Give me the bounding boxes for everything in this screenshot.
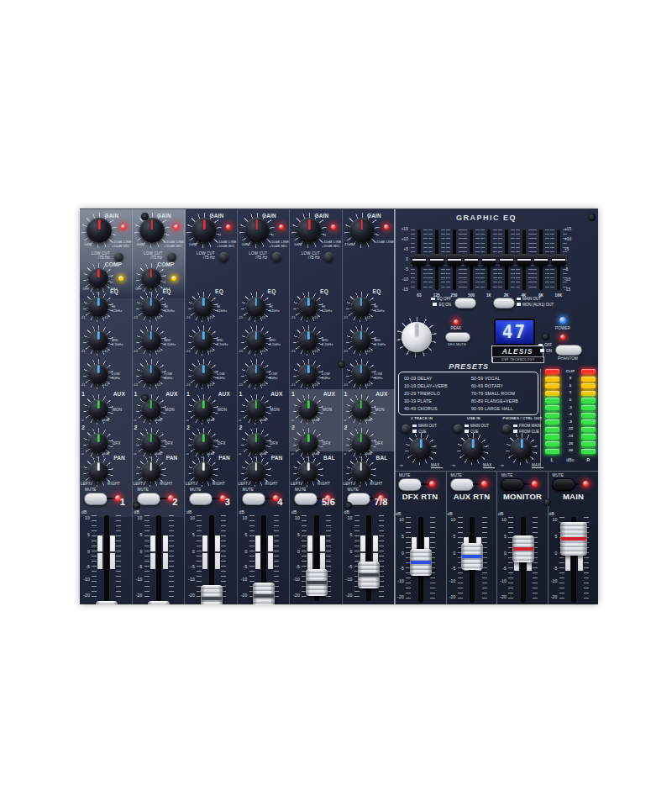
comp-knob[interactable] — [141, 268, 161, 288]
fader-cap[interactable] — [201, 585, 223, 604]
pan-knob[interactable] — [246, 462, 266, 482]
aux2-dfx-knob[interactable] — [193, 433, 213, 453]
fader-cap[interactable] — [358, 562, 380, 588]
pan-knob[interactable] — [351, 462, 371, 482]
aux2-dfx-knob[interactable] — [141, 433, 161, 453]
comp-knob[interactable] — [88, 268, 108, 288]
io-source-button[interactable] — [454, 425, 462, 433]
eq-low-knob[interactable] — [246, 364, 266, 384]
aux1-mon-knob[interactable] — [141, 399, 161, 419]
fader-scale-label: -10 — [238, 578, 248, 583]
aux-send-number: 2 — [291, 425, 295, 431]
gain-knob[interactable] — [349, 218, 375, 243]
meter-led-right — [581, 369, 596, 374]
gain-knob[interactable] — [87, 218, 112, 243]
aux-min-label: -∞ — [134, 419, 142, 422]
aux1-mon-knob[interactable] — [193, 399, 213, 419]
eq-hi-knob[interactable] — [246, 297, 266, 317]
aux2-dfx-knob[interactable] — [351, 433, 371, 453]
pan-knob[interactable] — [193, 462, 213, 482]
geq-slider-cap[interactable] — [447, 254, 462, 266]
io-source-button[interactable] — [402, 425, 410, 433]
gain-knob[interactable] — [244, 218, 270, 243]
fader-cap[interactable] — [410, 549, 432, 576]
aux2-dfx-knob[interactable] — [246, 433, 266, 453]
aux1-mon-knob[interactable] — [298, 399, 318, 419]
dsp-program-knob[interactable] — [402, 322, 432, 352]
eq-hi-knob[interactable] — [351, 297, 371, 317]
eq-low-knob[interactable] — [351, 364, 371, 384]
geq-band-slider — [446, 228, 463, 292]
pan-knob[interactable] — [298, 462, 318, 482]
fader-cap[interactable] — [148, 601, 170, 604]
eq-hi-knob[interactable] — [298, 297, 318, 317]
geq-slider-cap[interactable] — [499, 254, 514, 266]
io-level-knob[interactable] — [511, 438, 533, 460]
eq-mid-knob[interactable] — [246, 330, 266, 351]
aux1-mon-knob[interactable] — [246, 399, 266, 419]
aux2-dfx-knob[interactable] — [298, 433, 318, 453]
mute-button[interactable] — [552, 478, 575, 491]
aux-min-label: -∞ — [239, 452, 247, 456]
eq-band-label: LOW 80Hz — [270, 372, 289, 380]
fader-cap[interactable] — [512, 535, 534, 562]
fader-cap[interactable] — [96, 601, 118, 604]
eq-low-knob[interactable] — [88, 364, 108, 384]
mute-button[interactable] — [398, 478, 422, 491]
eq-hi-knob[interactable] — [88, 297, 108, 317]
gain-knob[interactable] — [297, 218, 322, 243]
aux1-mon-knob[interactable] — [351, 399, 371, 419]
lowcut-button[interactable] — [114, 252, 123, 261]
mute-button[interactable] — [450, 478, 474, 491]
fader-cap[interactable] — [253, 583, 275, 605]
geq-scale-left-label: +15 — [397, 227, 408, 231]
fader-track: dB1050-5-10-20 — [133, 510, 185, 604]
eq-max-label: +15 — [207, 383, 218, 387]
bus-strip-main: MUTEMAINdB1050-5-10-20 — [548, 472, 599, 604]
lowcut-button[interactable] — [324, 252, 333, 261]
pan-knob[interactable] — [141, 462, 161, 482]
geq-slider-cap[interactable] — [533, 254, 549, 266]
eq-hi-knob[interactable] — [141, 297, 161, 317]
lowcut-button[interactable] — [272, 252, 281, 261]
gain-knob[interactable] — [139, 218, 165, 243]
geq-slider-cap[interactable] — [551, 254, 566, 266]
io-level-knob[interactable] — [410, 438, 432, 460]
eq-mid-knob[interactable] — [351, 330, 371, 351]
eq-low-knob[interactable] — [141, 364, 161, 384]
eq-mid-knob[interactable] — [88, 330, 108, 351]
channel-number: 4 — [239, 497, 283, 508]
aux1-mon-knob[interactable] — [88, 399, 108, 419]
geq-slider-cap[interactable] — [412, 254, 427, 266]
gain-knob[interactable] — [192, 218, 217, 243]
lowcut-label: LOW CUT /75 Hz — [139, 251, 163, 261]
mute-button[interactable] — [501, 478, 524, 491]
eq-mid-knob[interactable] — [141, 330, 161, 351]
pan-knob[interactable] — [88, 462, 108, 482]
lowcut-button[interactable] — [219, 252, 228, 261]
eq-mid-knob[interactable] — [298, 330, 318, 351]
dfx-mute-button[interactable] — [445, 332, 470, 342]
fader-cap-stripe — [462, 555, 482, 558]
geq-slider-cap[interactable] — [517, 254, 532, 266]
pan-knob-pointer — [97, 462, 100, 471]
eq-mid-knob[interactable] — [193, 330, 213, 351]
eq-low-knob[interactable] — [193, 364, 213, 384]
eq-hi-knob[interactable] — [193, 297, 213, 317]
fader-cap[interactable] — [461, 543, 483, 570]
eq-hi-knob-pointer — [360, 298, 362, 306]
fader-cap[interactable] — [560, 522, 587, 556]
output-select-button[interactable] — [493, 298, 515, 309]
lowcut-button[interactable] — [167, 252, 176, 261]
phantom-button[interactable] — [555, 345, 582, 356]
aux2-dfx-knob[interactable] — [88, 433, 108, 453]
fader-cap[interactable] — [306, 569, 328, 596]
geq-slider-cap[interactable] — [429, 254, 444, 266]
io-level-knob[interactable] — [462, 438, 484, 460]
io-source-button[interactable] — [502, 425, 511, 433]
geq-slider-cap[interactable] — [464, 254, 479, 266]
eq-low-knob[interactable] — [298, 364, 318, 384]
eq-on-off-button[interactable] — [454, 298, 476, 309]
geq-slider-cap[interactable] — [481, 254, 496, 266]
meter-led-left — [545, 434, 559, 439]
